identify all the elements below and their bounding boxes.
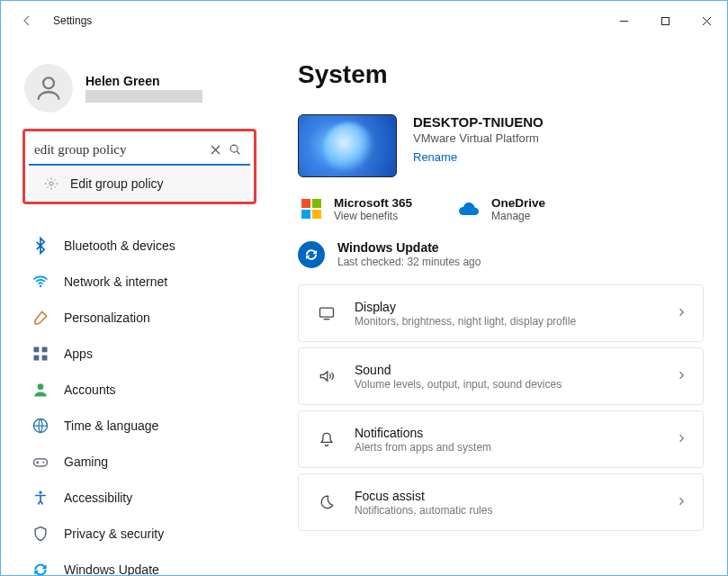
sidebar-item-label: Accounts bbox=[64, 382, 116, 397]
window-title: Settings bbox=[53, 14, 92, 27]
avatar bbox=[24, 64, 73, 112]
bell-icon bbox=[315, 430, 338, 448]
chevron-right-icon bbox=[676, 494, 687, 510]
sound-icon bbox=[315, 367, 338, 385]
sidebar-item-accessibility[interactable]: Accessibility bbox=[22, 482, 256, 514]
card-sub: Alerts from apps and system bbox=[355, 441, 676, 454]
page-title: System bbox=[298, 60, 704, 89]
game-icon bbox=[31, 453, 49, 471]
sidebar-item-personalization[interactable]: Personalization bbox=[22, 302, 256, 334]
sidebar-nav: Bluetooth & devicesNetwork & internetPer… bbox=[22, 230, 256, 575]
svg-line-8 bbox=[237, 151, 239, 154]
update-title: Windows Update bbox=[337, 240, 481, 255]
device-row: DESKTOP-TNIUENO VMware Virtual Platform … bbox=[298, 114, 704, 177]
card-focus-assist[interactable]: Focus assistNotifications, automatic rul… bbox=[298, 473, 704, 531]
sidebar-item-label: Apps bbox=[64, 346, 93, 361]
apps-icon bbox=[31, 345, 49, 363]
tile-sub[interactable]: Manage bbox=[491, 210, 545, 222]
back-button[interactable] bbox=[13, 7, 40, 34]
svg-rect-1 bbox=[661, 17, 669, 24]
sidebar-item-apps[interactable]: Apps bbox=[22, 338, 256, 370]
rename-link[interactable]: Rename bbox=[413, 150, 544, 164]
main-panel: System DESKTOP-TNIUENO VMware Virtual Pl… bbox=[271, 40, 727, 575]
access-icon bbox=[31, 489, 49, 507]
sidebar-item-label: Personalization bbox=[64, 310, 150, 325]
sidebar-item-bluetooth-devices[interactable]: Bluetooth & devices bbox=[22, 230, 256, 262]
search-field[interactable] bbox=[29, 135, 250, 166]
device-name: DESKTOP-TNIUENO bbox=[413, 114, 544, 130]
globe-icon bbox=[31, 417, 49, 435]
sidebar-item-label: Windows Update bbox=[64, 562, 159, 575]
update-icon bbox=[298, 241, 325, 268]
window-controls bbox=[603, 6, 727, 35]
search-submit-button[interactable] bbox=[225, 140, 245, 159]
card-notifications[interactable]: NotificationsAlerts from apps and system bbox=[298, 410, 704, 468]
bluetooth-icon bbox=[31, 237, 49, 255]
tile-sub[interactable]: View benefits bbox=[334, 210, 412, 222]
sidebar-item-network-internet[interactable]: Network & internet bbox=[22, 266, 256, 298]
sidebar-item-label: Network & internet bbox=[64, 274, 167, 289]
maximize-icon bbox=[661, 16, 670, 26]
profile-block[interactable]: Helen Green bbox=[22, 40, 256, 129]
shield-icon bbox=[31, 525, 49, 543]
card-title: Notifications bbox=[355, 426, 676, 440]
sidebar-item-privacy-security[interactable]: Privacy & security bbox=[22, 518, 256, 550]
search-highlight-box: Edit group policy bbox=[22, 129, 256, 204]
svg-point-15 bbox=[38, 383, 44, 390]
tile-onedrive[interactable]: OneDrive Manage bbox=[455, 195, 545, 222]
minimize-button[interactable] bbox=[603, 6, 644, 35]
card-title: Sound bbox=[355, 363, 676, 377]
titlebar: Settings bbox=[1, 1, 727, 40]
search-icon bbox=[229, 143, 241, 156]
svg-rect-11 bbox=[34, 347, 40, 353]
display-icon bbox=[315, 304, 338, 322]
moon-icon bbox=[315, 493, 338, 511]
search-input[interactable] bbox=[34, 142, 205, 158]
sidebar-item-windows-update[interactable]: Windows Update bbox=[22, 554, 256, 575]
sidebar-item-gaming[interactable]: Gaming bbox=[22, 446, 256, 478]
sidebar-item-label: Accessibility bbox=[64, 490, 132, 505]
update-sub: Last checked: 32 minutes ago bbox=[337, 256, 481, 268]
card-sound[interactable]: SoundVolume levels, output, input, sound… bbox=[298, 347, 704, 405]
maximize-button[interactable] bbox=[644, 6, 686, 35]
tile-title: OneDrive bbox=[491, 196, 545, 210]
card-sub: Monitors, brightness, night light, displ… bbox=[355, 315, 676, 328]
card-display[interactable]: DisplayMonitors, brightness, night light… bbox=[298, 284, 704, 342]
brush-icon bbox=[31, 309, 49, 327]
card-title: Display bbox=[355, 300, 676, 314]
close-button[interactable] bbox=[686, 6, 727, 35]
svg-point-10 bbox=[40, 285, 42, 288]
profile-name: Helen Green bbox=[85, 74, 202, 88]
svg-point-7 bbox=[230, 145, 238, 152]
chevron-right-icon bbox=[676, 305, 687, 321]
svg-rect-13 bbox=[34, 356, 40, 361]
sidebar-item-accounts[interactable]: Accounts bbox=[22, 374, 256, 406]
tile-title: Microsoft 365 bbox=[334, 196, 412, 210]
sidebar: Helen Green Edit group policy Bluetooth … bbox=[1, 40, 271, 575]
windows-update-row[interactable]: Windows Update Last checked: 32 minutes … bbox=[298, 237, 704, 284]
device-thumbnail bbox=[298, 114, 397, 177]
tile-ms365[interactable]: Microsoft 365 View benefits bbox=[298, 195, 412, 222]
wifi-icon bbox=[31, 273, 49, 291]
device-platform: VMware Virtual Platform bbox=[413, 131, 544, 145]
gear-icon bbox=[43, 176, 59, 192]
tiles-row: Microsoft 365 View benefits OneDrive Man… bbox=[298, 195, 704, 222]
search-result-label: Edit group policy bbox=[70, 176, 164, 191]
x-icon bbox=[211, 145, 220, 155]
svg-point-4 bbox=[43, 77, 54, 88]
person-icon bbox=[31, 381, 49, 399]
settings-cards: DisplayMonitors, brightness, night light… bbox=[298, 284, 704, 531]
sidebar-item-time-language[interactable]: Time & language bbox=[22, 410, 256, 442]
sidebar-item-label: Time & language bbox=[64, 418, 158, 433]
svg-point-19 bbox=[39, 491, 41, 494]
sidebar-item-label: Privacy & security bbox=[64, 526, 164, 541]
search-result-item[interactable]: Edit group policy bbox=[29, 167, 250, 199]
search-clear-button[interactable] bbox=[205, 140, 225, 159]
sidebar-item-label: Bluetooth & devices bbox=[64, 238, 175, 253]
microsoft-logo-icon bbox=[301, 199, 321, 219]
profile-email-redacted bbox=[85, 90, 202, 103]
arrow-left-icon bbox=[20, 14, 34, 28]
svg-rect-20 bbox=[320, 308, 334, 317]
card-sub: Notifications, automatic rules bbox=[355, 504, 676, 517]
chevron-right-icon bbox=[676, 431, 687, 447]
